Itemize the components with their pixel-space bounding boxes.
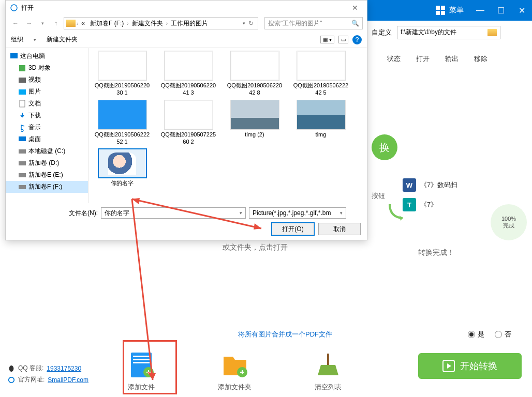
svg-rect-10	[327, 354, 329, 365]
back-button[interactable]: ←	[10, 18, 21, 29]
radio-yes[interactable]: 是	[468, 330, 484, 339]
sidebar-item-thispc[interactable]: 这台电脑	[6, 50, 88, 62]
sidebar-item-3d[interactable]: 3D 对象	[6, 62, 88, 74]
dialog-toolbar: 组织▾ 新建文件夹 ▦ ▾ ▭ ?	[6, 32, 367, 48]
start-convert-button[interactable]: 开始转换	[418, 353, 522, 379]
help-icon[interactable]: ?	[352, 35, 362, 44]
filename-label: 文件名(N):	[69, 209, 98, 218]
text-icon: T	[403, 198, 416, 211]
preview-button[interactable]: ▭	[338, 36, 348, 43]
app-toolbar: 自定义 f:\新建文\1\by的文件	[366, 21, 532, 44]
sidebar-item-disk-d[interactable]: 新加卷 (D:)	[6, 157, 88, 169]
svg-rect-22	[19, 173, 26, 177]
crumb[interactable]: 新建文件夹	[130, 19, 165, 28]
newfolder-button[interactable]: 新建文件夹	[47, 35, 78, 44]
file-item[interactable]: QQ截图2019050622242 5	[292, 51, 349, 97]
qq-link[interactable]: 1933175230	[47, 365, 81, 372]
grid-icon	[436, 6, 445, 15]
dialog-close-button[interactable]: ✕	[347, 4, 363, 12]
merge-option-label: 将所有图片合并成一个PDF文件	[238, 330, 332, 339]
output-path-input[interactable]: f:\新建文\1\by的文件	[397, 26, 500, 39]
file-item[interactable]: QQ截图2019050622252 1	[94, 100, 151, 146]
filter-select[interactable]: Picture(*.jpg,*.jpeg,*.gif,*.bm▾	[249, 207, 346, 219]
site-link[interactable]: SmallPDF.com	[48, 376, 88, 384]
music-icon	[18, 124, 26, 132]
file-item[interactable]: QQ截图2019050622030 1	[94, 51, 151, 97]
sidebar-item-disk-e[interactable]: 新加卷E (E:)	[6, 169, 88, 181]
minimize-button[interactable]: —	[470, 0, 491, 21]
app-icon	[10, 4, 18, 12]
up-button[interactable]: ↑	[50, 18, 62, 29]
sidebar-item-disk-c[interactable]: 本地磁盘 (C:)	[6, 145, 88, 157]
path-text: f:\新建文\1\by的文件	[401, 28, 456, 37]
dialog-footer: 文件名(N): 你的名字▾ Picture(*.jpg,*.jpeg,*.gif…	[6, 203, 367, 239]
radio-icon	[468, 331, 475, 338]
breadcrumb[interactable]: › « 新加卷F (F:)› 新建文件夹› 工作用的图片 ▾ ↻	[64, 17, 258, 29]
sidebar-item-documents[interactable]: 文档	[6, 98, 88, 110]
search-placeholder: 搜索"工作用的图片"	[268, 19, 322, 28]
file-item[interactable]: QQ截图2019050622041 3	[160, 51, 217, 97]
broom-icon	[314, 350, 343, 379]
sidebar: 这台电脑 3D 对象 视频 图片 文档 下载 音乐 桌面 本地磁盘 (C:) 新…	[6, 48, 88, 203]
video-icon	[18, 76, 26, 84]
filename-input[interactable]: 你的名字▾	[101, 207, 246, 219]
svg-rect-1	[133, 356, 150, 357]
action-label: 添加文件夹	[218, 383, 252, 392]
crumb[interactable]: 工作用的图片	[169, 19, 210, 28]
sidebar-item-disk-f[interactable]: 新加卷F (F:)	[6, 181, 88, 193]
add-folder-icon	[220, 350, 249, 379]
sidebar-item-downloads[interactable]: 下载	[6, 110, 88, 121]
recent-button[interactable]: ▾	[37, 18, 48, 29]
file-item[interactable]: QQ截图2019050622042 8	[226, 51, 283, 97]
play-icon	[442, 360, 455, 372]
svg-rect-17	[19, 89, 26, 95]
svg-rect-6	[148, 370, 149, 374]
svg-rect-14	[10, 53, 18, 58]
cancel-button[interactable]: 取消	[318, 223, 361, 235]
menu-button[interactable]: 菜单	[430, 6, 470, 15]
col-status: 状态	[387, 54, 401, 64]
sidebar-item-desktop[interactable]: 桌面	[6, 133, 88, 145]
maximize-button[interactable]: ☐	[491, 0, 511, 21]
radio-no[interactable]: 否	[495, 330, 511, 339]
word-icon: W	[403, 178, 416, 192]
progress-badge: 100% 完成	[491, 204, 527, 240]
svg-point-12	[9, 377, 14, 383]
file-item[interactable]: 你的名字	[94, 148, 151, 187]
file-item[interactable]: timg	[292, 100, 349, 146]
sidebar-item-music[interactable]: 音乐	[6, 121, 88, 133]
svg-rect-19	[19, 136, 26, 141]
svg-rect-23	[19, 185, 26, 189]
add-file-button[interactable]: 添加文件	[127, 350, 156, 392]
svg-point-13	[11, 5, 17, 11]
view-button[interactable]: ▦ ▾	[320, 36, 334, 43]
col-output: 输出	[445, 54, 459, 64]
pc-icon	[10, 52, 18, 60]
file-item[interactable]: timg (2)	[226, 100, 283, 146]
contact-info: QQ 客服: 1933175230 官方网址: SmallPDF.com	[8, 364, 88, 387]
sidebar-item-pictures[interactable]: 图片	[6, 86, 88, 98]
dialog-title: 打开	[21, 4, 34, 12]
close-button[interactable]: ✕	[511, 0, 532, 21]
svg-rect-15	[19, 65, 25, 71]
organize-button[interactable]: 组织	[11, 35, 23, 44]
qq-label: QQ 客服:	[18, 364, 43, 373]
file-item[interactable]: QQ截图2019050722560 2	[160, 100, 217, 146]
site-label: 官方网址:	[18, 375, 45, 384]
disk-icon	[18, 171, 26, 179]
app-titlebar: 菜单 — ☐ ✕	[366, 0, 532, 21]
svg-rect-2	[133, 359, 150, 360]
dialog-nav: ← → ▾ ↑ › « 新加卷F (F:)› 新建文件夹› 工作用的图片 ▾ ↻…	[6, 15, 367, 32]
forward-button[interactable]: →	[23, 18, 35, 29]
search-input[interactable]: 搜索"工作用的图片" 🔍	[264, 17, 363, 29]
cube-icon	[18, 64, 26, 72]
svg-rect-20	[19, 149, 26, 154]
svg-rect-18	[20, 100, 25, 107]
crumb[interactable]: 新加卷F (F:)	[88, 19, 126, 28]
add-folder-button[interactable]: 添加文件夹	[218, 350, 252, 392]
open-button[interactable]: 打开(O)	[272, 223, 314, 235]
sidebar-item-video[interactable]: 视频	[6, 74, 88, 86]
clear-list-button[interactable]: 清空列表	[314, 350, 343, 392]
result-item[interactable]: W 《7》数码扫	[403, 178, 532, 192]
ie-icon	[8, 376, 15, 384]
